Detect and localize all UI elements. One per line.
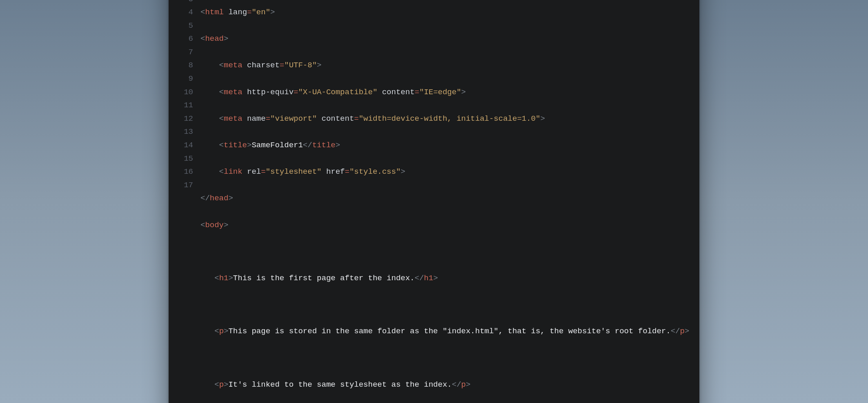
attr-value: "stylesheet" xyxy=(266,167,322,176)
line-number: 12 xyxy=(174,112,193,126)
code-line[interactable]: </head> xyxy=(200,192,690,205)
code-line[interactable]: <body> xyxy=(200,219,690,232)
line-number: 10 xyxy=(174,86,193,99)
line-number: 5 xyxy=(174,19,193,33)
attr-value: "IE=edge" xyxy=(419,88,461,97)
p-text: It's linked to the same stylesheet as th… xyxy=(228,380,452,389)
tag-name: p xyxy=(219,327,224,336)
line-number: 17 xyxy=(174,179,193,192)
tag-name: html xyxy=(205,8,224,17)
tag-name: meta xyxy=(224,61,243,70)
tag-name: p xyxy=(461,380,466,389)
tag-name: h1 xyxy=(219,274,229,283)
tag-name: head xyxy=(205,34,224,43)
line-number-gutter: 1 2 3 4 5 6 7 8 9 10 11 12 13 14 15 16 1… xyxy=(169,0,200,403)
code-line[interactable]: <p>It's linked to the same stylesheet as… xyxy=(200,378,690,392)
attr-name: rel xyxy=(247,167,261,176)
attr-value: "width=device-width, initial-scale=1.0" xyxy=(359,114,541,123)
tag-name: title xyxy=(224,141,247,150)
line-number: 3 xyxy=(174,0,193,6)
line-number: 7 xyxy=(174,46,193,59)
tag-name: meta xyxy=(224,88,243,97)
line-number: 4 xyxy=(174,6,193,19)
code-line[interactable]: <head> xyxy=(200,32,690,46)
attr-name: content xyxy=(321,114,354,123)
code-line[interactable]: <p>This page is stored in the same folde… xyxy=(200,325,690,338)
line-number: 9 xyxy=(174,72,193,86)
code-line[interactable] xyxy=(200,298,690,312)
title-text: SameFolder1 xyxy=(251,141,303,150)
line-number: 13 xyxy=(174,125,193,139)
tag-name: link xyxy=(224,167,243,176)
code-line[interactable]: <meta http-equiv="X-UA-Compatible" conte… xyxy=(200,86,690,99)
code-editor-window: 1 2 3 4 5 6 7 8 9 10 11 12 13 14 15 16 1… xyxy=(169,0,699,403)
code-line[interactable]: <meta name="viewport" content="width=dev… xyxy=(200,112,690,126)
p-text: This page is stored in the same folder a… xyxy=(228,327,670,336)
code-line[interactable]: <meta charset="UTF-8"> xyxy=(200,59,690,72)
attr-name: charset xyxy=(247,61,280,70)
tag-name: head xyxy=(210,194,229,203)
line-number: 14 xyxy=(174,139,193,152)
attr-value: "en" xyxy=(251,8,270,17)
tag-name: body xyxy=(205,221,224,230)
code-line[interactable] xyxy=(200,245,690,259)
attr-name: name xyxy=(247,114,266,123)
attr-value: "style.css" xyxy=(349,167,401,176)
line-number: 15 xyxy=(174,152,193,166)
attr-value: "viewport" xyxy=(270,114,317,123)
tag-name: p xyxy=(219,380,224,389)
code-line[interactable]: <title>SameFolder1</title> xyxy=(200,139,690,152)
tag-name: title xyxy=(312,141,336,150)
code-line[interactable]: <h1>This is the first page after the ind… xyxy=(200,272,690,285)
line-number: 16 xyxy=(174,165,193,179)
line-number: 11 xyxy=(174,99,193,112)
code-area[interactable]: <!DOCTYPE html> <html lang="en"> <head> … xyxy=(200,0,699,403)
attr-name: http-equiv xyxy=(247,88,294,97)
line-number: 8 xyxy=(174,59,193,72)
code-line[interactable] xyxy=(200,352,690,365)
tag-name: meta xyxy=(224,114,243,123)
attr-name: href xyxy=(326,167,345,176)
attr-name: content xyxy=(382,88,415,97)
attr-name: lang xyxy=(228,8,247,17)
line-number: 6 xyxy=(174,32,193,46)
code-editor[interactable]: 1 2 3 4 5 6 7 8 9 10 11 12 13 14 15 16 1… xyxy=(169,0,699,403)
h1-text: This is the first page after the index. xyxy=(233,274,415,283)
tag-name: p xyxy=(680,327,684,336)
attr-value: "UTF-8" xyxy=(284,61,317,70)
attr-value: "X-UA-Compatible" xyxy=(298,88,377,97)
code-line[interactable]: <link rel="stylesheet" href="style.css"> xyxy=(200,165,690,179)
tag-name: h1 xyxy=(424,274,433,283)
code-line[interactable]: <html lang="en"> xyxy=(200,6,690,19)
